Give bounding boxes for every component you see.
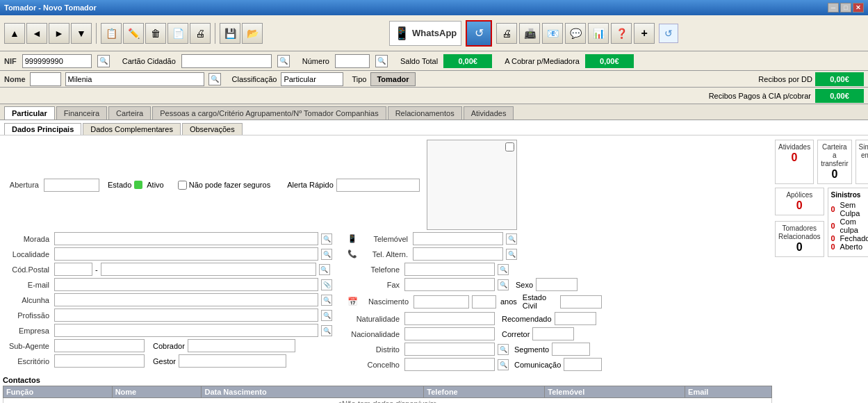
nome-search-btn[interactable]: 🔍 — [208, 73, 221, 85]
numero-label: Número — [302, 57, 329, 65]
nacionalidade-input[interactable] — [404, 327, 495, 340]
telemovel-input[interactable] — [413, 232, 503, 245]
inner-tab-dados-complementares[interactable]: Dados Complementares — [83, 123, 181, 135]
toolbar-email-btn[interactable]: 📧 — [542, 23, 563, 44]
toolbar-new-btn[interactable]: 📄 — [167, 23, 188, 44]
escritorio-input[interactable] — [54, 354, 145, 368]
toolbar-delete-btn[interactable]: 🗑 — [145, 23, 166, 44]
fax-input[interactable] — [404, 278, 495, 291]
sub-agente-input[interactable] — [54, 339, 145, 352]
alerta-input[interactable] — [336, 179, 420, 192]
alcunha-search-btn[interactable]: 🔍 — [321, 295, 332, 306]
toolbar-down-btn[interactable]: ▼ — [71, 23, 92, 44]
email-input[interactable] — [54, 278, 318, 291]
toolbar-save-btn[interactable]: 💾 — [220, 23, 240, 44]
alcunha-input[interactable] — [54, 293, 318, 306]
maximize-button[interactable]: □ — [840, 3, 851, 13]
profissao-search-btn[interactable]: 🔍 — [321, 310, 332, 321]
toolbar-copy-btn[interactable]: 📋 — [101, 23, 122, 44]
toolbar-btn2[interactable]: 📂 — [242, 23, 263, 44]
estado-civil-input[interactable] — [560, 295, 602, 309]
estado-civil-label: Estado Civil — [523, 293, 557, 310]
tab-relacionamentos[interactable]: Relacionamentos — [388, 106, 462, 120]
numero-input[interactable] — [335, 54, 370, 68]
localidade-search-btn[interactable]: 🔍 — [321, 249, 332, 260]
nif-search-btn[interactable]: 🔍 — [97, 55, 110, 67]
row-telemovel: 📱 Telemóvel 🔍 — [347, 232, 602, 245]
toolbar-edit-btn[interactable]: ✏️ — [123, 23, 144, 44]
telefone-input[interactable] — [404, 263, 495, 276]
outer-tabs: Particular Financeira Carteira Pessoas a… — [0, 104, 868, 120]
cartao-search-btn[interactable]: 🔍 — [277, 55, 290, 67]
cartao-label: Cartão Cidadão — [122, 57, 176, 65]
morada-input[interactable] — [54, 232, 318, 245]
profissao-input[interactable] — [54, 309, 318, 322]
sexo-input[interactable] — [536, 278, 578, 291]
segmento-input[interactable] — [552, 343, 590, 356]
toolbar-msg-btn[interactable]: 💬 — [565, 23, 586, 44]
nif-input[interactable] — [22, 54, 92, 68]
morada-search-btn[interactable]: 🔍 — [321, 233, 332, 245]
concelho-search-btn[interactable]: 🔍 — [498, 359, 509, 370]
refresh-highlighted-button[interactable]: ↺ — [466, 20, 492, 47]
close-button[interactable]: ✕ — [853, 3, 864, 13]
toolbar-print-btn[interactable]: 🖨 — [190, 23, 211, 44]
cobrar-label: A Cobrar p/Mediadora — [505, 57, 580, 65]
carteira-title: Carteira atransferir — [821, 143, 848, 168]
sin-com-culpa-row: 0 Com culpa — [831, 217, 868, 234]
telefone-search-btn[interactable]: 🔍 — [498, 264, 509, 275]
whatsapp-area[interactable]: 📱 WhatsApp — [389, 21, 461, 46]
nascimento-input[interactable] — [413, 295, 469, 309]
tab-atividades[interactable]: Atividades — [464, 106, 514, 120]
top-stats-row: Atividades 0 Carteira atransferir 0 Simu… — [775, 140, 865, 184]
concelho-input[interactable] — [404, 358, 495, 371]
abertura-input[interactable] — [44, 179, 99, 192]
empresa-input[interactable] — [54, 324, 318, 337]
recomendado-input[interactable] — [555, 312, 596, 325]
comunicacao-input[interactable] — [564, 358, 602, 371]
corretor-input[interactable] — [532, 327, 574, 340]
toolbar-print2-btn[interactable]: 🖨 — [496, 23, 517, 44]
localidade-input[interactable] — [54, 247, 318, 261]
minimize-button[interactable]: ─ — [828, 3, 839, 13]
toolbar-chart-btn[interactable]: 📊 — [588, 23, 609, 44]
cartao-input[interactable] — [181, 54, 272, 68]
blue-refresh-button[interactable]: ↺ — [659, 24, 678, 43]
toolbar-prev-btn[interactable]: ◄ — [26, 23, 47, 44]
toolbar-help-btn[interactable]: ❓ — [611, 23, 632, 44]
telemovel-search-btn[interactable]: 🔍 — [506, 233, 517, 245]
tel-altern-input[interactable] — [413, 247, 503, 261]
inner-tab-dados-principais[interactable]: Dados Principais — [4, 123, 81, 135]
toolbar-fax-btn[interactable]: 📠 — [519, 23, 540, 44]
gestor-input[interactable] — [179, 354, 286, 368]
cobrador-input[interactable] — [188, 339, 295, 352]
tab-carteira[interactable]: Carteira — [108, 106, 151, 120]
nao-pode-checkbox[interactable] — [178, 181, 187, 190]
nome-last-input[interactable] — [65, 72, 204, 86]
right-col: 📱 Telemóvel 🔍 📞 Tel. Altern. 🔍 Telefone … — [347, 232, 602, 373]
anos-input[interactable] — [472, 295, 496, 309]
codpostal-input1[interactable] — [54, 263, 92, 276]
sin-aberto-label: Aberto — [840, 242, 862, 251]
distrito-input[interactable] — [404, 343, 495, 356]
toolbar-next-btn[interactable]: ► — [49, 23, 69, 44]
tab-financeira[interactable]: Financeira — [56, 106, 107, 120]
toolbar-add-btn[interactable]: + — [634, 23, 655, 44]
fax-search-btn[interactable]: 🔍 — [498, 279, 509, 290]
nome-first-input[interactable] — [30, 72, 61, 86]
tel-altern-search-btn[interactable]: 🔍 — [506, 249, 517, 260]
tab-pessoas[interactable]: Pessoas a cargo/Critério Agrupamento/Nº … — [152, 106, 386, 120]
empresa-search-btn[interactable]: 🔍 — [321, 325, 332, 336]
numero-search-btn[interactable]: 🔍 — [375, 55, 388, 67]
naturalidade-input[interactable] — [404, 312, 495, 325]
codpostal-input2[interactable] — [101, 263, 316, 276]
tab-particular[interactable]: Particular — [4, 106, 55, 120]
photo-checkbox[interactable] — [505, 142, 514, 151]
email-search-btn[interactable]: 📎 — [321, 279, 332, 290]
distrito-search-btn[interactable]: 🔍 — [498, 344, 509, 355]
toolbar-up-btn[interactable]: ▲ — [4, 23, 25, 44]
codpostal-search-btn[interactable]: 🔍 — [319, 264, 330, 275]
classificacao-input[interactable] — [281, 72, 343, 86]
contacts-label: Contactos — [3, 376, 772, 384]
inner-tab-observacoes[interactable]: Observações — [182, 123, 243, 135]
